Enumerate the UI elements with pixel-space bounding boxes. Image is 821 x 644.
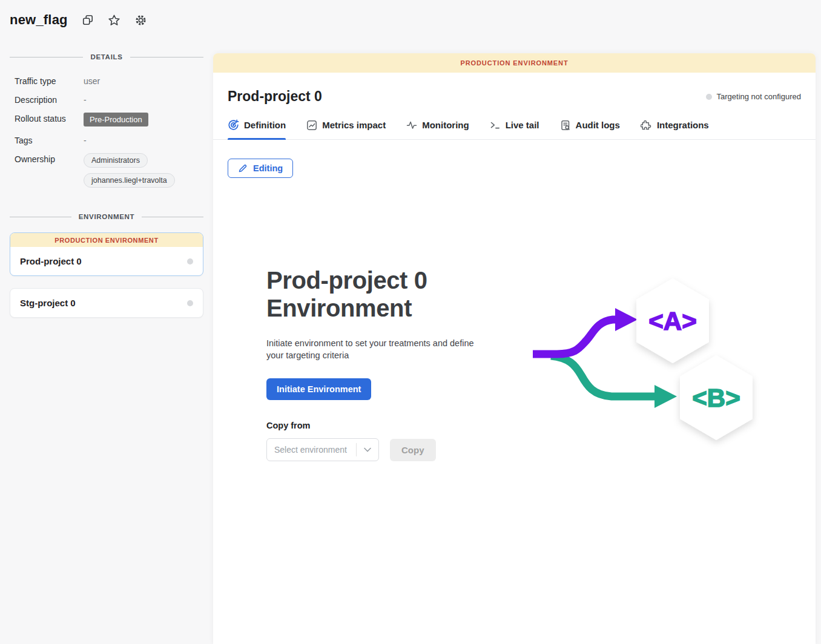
tab-live-tail[interactable]: Live tail [490, 119, 539, 139]
divider [142, 217, 203, 217]
hero-section: Prod-project 0 Environment Initiate envi… [266, 266, 496, 461]
environment-section-header: ENVIRONMENT [10, 213, 203, 220]
teal-branch [551, 356, 657, 396]
env-card-banner: PRODUCTION ENVIRONMENT [10, 233, 203, 247]
hexagon-b-label: <B> [692, 384, 740, 412]
tab-integrations[interactable]: Integrations [641, 119, 709, 139]
details-rows: Traffic type user Description - Rollout … [15, 75, 199, 188]
tab-label: Metrics impact [322, 120, 386, 130]
env-card-name: Prod-project 0 [20, 256, 82, 266]
sidebar: DETAILS Traffic type user Description - … [0, 38, 213, 330]
detail-row-rollout-status: Rollout status Pre-Production [15, 113, 199, 126]
status-dot [706, 94, 712, 100]
production-environment-banner: PRODUCTION ENVIRONMENT [213, 53, 816, 73]
detail-label: Tags [15, 134, 84, 145]
environment-cards: PRODUCTION ENVIRONMENT Prod-project 0 St… [10, 232, 203, 318]
definition-icon [228, 119, 239, 131]
ownership-pills: Administrators johannes.liegl+travolta [84, 153, 175, 188]
copy-from-row: Select environment Copy [266, 438, 496, 461]
tab-metrics-impact[interactable]: Metrics impact [306, 119, 386, 139]
metrics-impact-icon [306, 120, 317, 131]
main-panel: PRODUCTION ENVIRONMENT Prod-project 0 Ta… [213, 53, 816, 644]
audit-logs-icon [560, 120, 571, 131]
details-section-header: DETAILS [10, 53, 203, 61]
tab-label: Live tail [506, 120, 539, 130]
divider [10, 57, 83, 58]
details-heading: DETAILS [90, 53, 122, 61]
pencil-icon [238, 163, 248, 173]
hexagon-a-label: <A> [648, 307, 696, 335]
tab-label: Definition [244, 120, 286, 130]
detail-label: Rollout status [15, 113, 84, 123]
app-header: new_flag [10, 12, 148, 28]
detail-label: Ownership [15, 153, 84, 164]
ab-split-illustration: <A> <B> [527, 269, 763, 451]
select-placeholder: Select environment [267, 445, 356, 455]
panel-header: Prod-project 0 Targeting not configured [213, 73, 816, 105]
detail-row-ownership: Ownership Administrators johannes.liegl+… [15, 153, 199, 188]
gear-icon[interactable] [134, 13, 148, 27]
detail-row-description: Description - [15, 94, 199, 105]
copy-button[interactable]: Copy [390, 439, 436, 461]
environment-title: Prod-project 0 [228, 88, 322, 105]
status-dot [187, 258, 193, 264]
status-dot [187, 300, 193, 306]
ownership-pill: Administrators [84, 153, 148, 168]
initiate-environment-button[interactable]: Initiate Environment [266, 378, 371, 400]
tab-monitoring[interactable]: Monitoring [406, 119, 469, 139]
purple-arrowhead [615, 308, 638, 331]
purple-branch [533, 320, 618, 354]
detail-value: user [84, 75, 100, 86]
env-card-stg[interactable]: Stg-project 0 [10, 288, 203, 318]
environment-heading: ENVIRONMENT [79, 213, 135, 220]
detail-row-traffic-type: Traffic type user [15, 75, 199, 86]
detail-row-tags: Tags - [15, 134, 199, 145]
rollout-status-badge: Pre-Production [84, 113, 148, 126]
env-card-name: Stg-project 0 [20, 298, 76, 308]
tab-label: Integrations [657, 120, 709, 130]
star-icon[interactable] [108, 13, 121, 27]
teal-arrowhead [654, 385, 677, 408]
hero-title: Prod-project 0 Environment [266, 266, 472, 322]
detail-value: - [84, 134, 87, 145]
environment-select[interactable]: Select environment [266, 438, 379, 461]
editing-button-label: Editing [253, 163, 283, 173]
tab-bar: Definition Metrics impact Monitoring [213, 119, 816, 140]
detail-label: Traffic type [15, 75, 84, 86]
editing-button[interactable]: Editing [228, 159, 293, 178]
tab-label: Audit logs [576, 120, 620, 130]
status-text: Targeting not configured [717, 92, 801, 101]
tab-audit-logs[interactable]: Audit logs [560, 119, 620, 139]
copy-icon[interactable] [81, 13, 94, 27]
detail-label: Description [15, 94, 84, 105]
page-title: new_flag [10, 12, 68, 28]
copy-from-label: Copy from [266, 421, 496, 430]
tab-label: Monitoring [422, 120, 469, 130]
targeting-status: Targeting not configured [706, 92, 801, 101]
live-tail-icon [490, 120, 501, 131]
ownership-pill: johannes.liegl+travolta [84, 173, 175, 188]
monitoring-icon [406, 120, 417, 131]
env-card-prod[interactable]: PRODUCTION ENVIRONMENT Prod-project 0 [10, 232, 203, 276]
detail-value: - [84, 94, 87, 105]
divider [10, 217, 71, 217]
integrations-icon [641, 119, 652, 131]
tab-definition[interactable]: Definition [228, 119, 286, 139]
divider [130, 57, 203, 58]
hero-subtitle: Initiate environment to set your treatme… [266, 338, 492, 361]
chevron-down-icon [357, 447, 378, 452]
